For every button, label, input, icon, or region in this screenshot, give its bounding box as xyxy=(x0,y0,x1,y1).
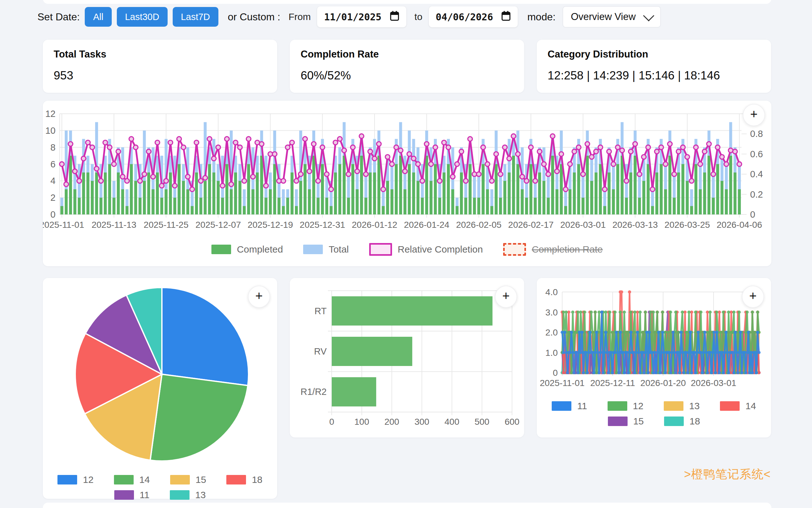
lines-legend-item-12[interactable]: 12 xyxy=(608,400,643,412)
pie-legend-item-18[interactable]: 18 xyxy=(226,474,262,485)
hbar-bar-rt xyxy=(332,296,492,326)
main-legend-item-completed[interactable]: Completed xyxy=(211,244,283,255)
bottom-card-edge xyxy=(43,503,771,508)
svg-text:0: 0 xyxy=(750,209,755,219)
lines-chart-card: + 01.02.03.04.02025-11-012025-12-112026-… xyxy=(537,278,771,437)
category-distribution-title: Category Distribution xyxy=(547,49,760,60)
from-date-input[interactable]: 11/01/2025 xyxy=(317,6,406,27)
svg-text:RT: RT xyxy=(315,306,327,316)
legend-label: 15 xyxy=(196,474,206,485)
legend-label: 14 xyxy=(745,400,756,412)
svg-text:2.0: 2.0 xyxy=(545,328,558,337)
total-tasks-card: Total Tasks 953 xyxy=(43,40,277,93)
main-legend-item-total[interactable]: Total xyxy=(303,244,348,255)
category-lines-chart: 01.02.03.04.02025-11-012025-12-112026-01… xyxy=(537,278,771,395)
pie-legend-item-12[interactable]: 12 xyxy=(57,474,93,485)
main-chart-legend: CompletedTotalRelative CompletionComplet… xyxy=(43,243,771,256)
svg-text:0: 0 xyxy=(329,417,334,427)
category-distribution-card: Category Distribution 12:258 | 14:239 | … xyxy=(537,40,771,93)
pie-legend-item-13[interactable]: 13 xyxy=(170,490,206,500)
legend-label: Relative Completion xyxy=(398,244,483,255)
pie-legend-item-15[interactable]: 15 xyxy=(170,474,206,485)
legend-label: 14 xyxy=(139,474,150,485)
legend-swatch xyxy=(664,417,684,426)
svg-text:4: 4 xyxy=(50,176,55,186)
completion-rate-value: 60%/52% xyxy=(301,69,513,82)
completion-rate-title: Completion Rate xyxy=(301,49,513,60)
svg-text:2025-11-01: 2025-11-01 xyxy=(43,220,84,230)
lines-legend-item-15[interactable]: 15 xyxy=(608,416,644,427)
to-label: to xyxy=(415,11,423,22)
legend-label: 11 xyxy=(140,490,149,500)
legend-swatch xyxy=(608,417,628,426)
legend-label: 15 xyxy=(633,416,644,427)
pie-legend-item-11[interactable]: 11 xyxy=(114,490,149,500)
lines-legend-item-18[interactable]: 18 xyxy=(664,416,700,427)
calendar-icon[interactable] xyxy=(501,11,511,23)
legend-label: 13 xyxy=(689,400,700,412)
svg-text:2025-12-07: 2025-12-07 xyxy=(196,220,241,230)
svg-text:0.8: 0.8 xyxy=(750,129,763,139)
to-date-input[interactable]: 04/06/2026 xyxy=(429,6,518,27)
legend-label: Completion Rate xyxy=(532,244,603,255)
expand-hbar-chart-button[interactable]: + xyxy=(495,286,517,308)
or-custom-label: or Custom : xyxy=(228,11,280,23)
main-legend-item-relative-completion[interactable]: Relative Completion xyxy=(369,243,483,256)
lines-legend-item-11[interactable]: 11 xyxy=(552,400,587,412)
lines-chart-legend: 111213141518 xyxy=(537,400,771,427)
svg-text:3.0: 3.0 xyxy=(545,307,558,318)
pie-slice-14[interactable] xyxy=(150,374,248,461)
legend-swatch xyxy=(226,475,246,484)
svg-text:2026-01-24: 2026-01-24 xyxy=(404,220,449,230)
hbar-bar-rv xyxy=(332,337,412,366)
main-legend-item-completion-rate[interactable]: Completion Rate xyxy=(503,243,603,256)
legend-label: Total xyxy=(329,244,348,255)
svg-text:2025-12-19: 2025-12-19 xyxy=(248,220,293,230)
hbar-bar-r1-r2 xyxy=(332,377,376,406)
svg-text:2025-11-13: 2025-11-13 xyxy=(91,220,136,230)
legend-label: 13 xyxy=(195,490,206,500)
completion-rate-card: Completion Rate 60%/52% xyxy=(290,40,524,93)
main-legend-row: CompletedTotalRelative CompletionComplet… xyxy=(43,243,771,256)
lines-legend-item-14[interactable]: 14 xyxy=(720,400,756,412)
chevron-down-icon xyxy=(643,10,654,21)
svg-text:2026-02-05: 2026-02-05 xyxy=(456,220,501,230)
filter-last7d-button[interactable]: Last7D xyxy=(173,7,219,27)
main-chart-card: + 0246810122025-11-012025-11-132025-11-2… xyxy=(43,101,771,266)
legend-swatch xyxy=(57,475,77,484)
pie-slice-12[interactable] xyxy=(162,288,248,385)
pie-legend-row: 1113 xyxy=(43,490,277,500)
svg-text:2026-03-01: 2026-03-01 xyxy=(691,378,736,388)
svg-text:2026-02-17: 2026-02-17 xyxy=(508,220,554,230)
set-date-label: Set Date: xyxy=(38,11,80,23)
legend-swatch xyxy=(211,245,231,254)
svg-text:600: 600 xyxy=(505,417,520,427)
lines-legend-item-13[interactable]: 13 xyxy=(664,400,700,412)
svg-text:100: 100 xyxy=(354,417,369,427)
pie-legend-item-14[interactable]: 14 xyxy=(114,474,150,485)
lines-legend-row: 1518 xyxy=(537,416,771,427)
svg-text:0.4: 0.4 xyxy=(750,169,763,179)
svg-text:400: 400 xyxy=(444,417,459,427)
legend-swatch xyxy=(369,243,392,256)
mode-select[interactable]: Overview View xyxy=(563,6,661,28)
filter-all-button[interactable]: All xyxy=(85,7,111,27)
lines-legend-row: 11121314 xyxy=(537,400,771,412)
expand-pie-chart-button[interactable]: + xyxy=(248,286,270,308)
main-combo-chart: 0246810122025-11-012025-11-132025-11-252… xyxy=(43,101,771,237)
to-date-value: 04/06/2026 xyxy=(436,11,493,23)
legend-swatch xyxy=(170,490,190,500)
expand-main-chart-button[interactable]: + xyxy=(743,104,765,126)
legend-swatch xyxy=(552,401,571,411)
from-date-value: 11/01/2025 xyxy=(324,11,382,23)
legend-label: 18 xyxy=(252,474,262,485)
category-pie-chart xyxy=(43,278,277,469)
calendar-icon[interactable] xyxy=(390,11,399,23)
svg-text:4.0: 4.0 xyxy=(545,287,558,297)
expand-lines-chart-button[interactable]: + xyxy=(742,286,764,308)
from-label: From xyxy=(289,11,311,22)
filter-last30d-button[interactable]: Last30D xyxy=(117,7,168,27)
legend-label: 11 xyxy=(577,400,587,412)
svg-text:0.6: 0.6 xyxy=(750,149,763,159)
legend-swatch xyxy=(114,490,134,500)
